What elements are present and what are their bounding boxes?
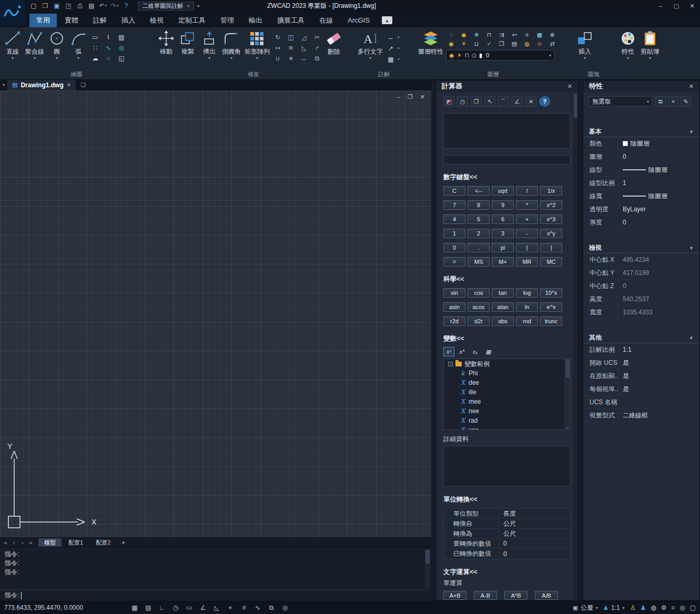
calc-key-r4c4[interactable]: ): [540, 243, 562, 252]
extrude-button[interactable]: 擠出▾: [199, 29, 219, 61]
calc-key-r0c1[interactable]: <--: [468, 186, 490, 196]
scale-icon[interactable]: ◿: [299, 33, 309, 42]
line-button[interactable]: 直線▾: [3, 29, 23, 61]
last-layout-icon[interactable]: »: [27, 539, 34, 546]
sci-key-ln[interactable]: ln: [516, 302, 538, 312]
insert-block-button[interactable]: 插入▾: [575, 29, 595, 61]
print-button[interactable]: ⎙: [75, 1, 85, 11]
document-tab[interactable]: ▤ Drawing1.dwg ✕: [7, 80, 76, 90]
rotate-icon[interactable]: ↻: [272, 33, 283, 42]
erase-button[interactable]: 刪除: [324, 29, 344, 61]
layout-tab-1[interactable]: 配置1: [63, 538, 89, 547]
calc-key-6[interactable]: 6: [492, 214, 514, 224]
property-value[interactable]: 隨圖層: [618, 190, 699, 202]
select-objects-icon[interactable]: ⌖: [668, 96, 678, 107]
property-row-sym[interactable]: 視覺型式二維線框: [583, 409, 699, 422]
revision-cloud-icon[interactable]: ☁: [90, 54, 100, 63]
next-layout-icon[interactable]: ›: [19, 539, 26, 546]
variable-phi[interactable]: kPhi: [444, 369, 570, 378]
calc-key-x-2[interactable]: x^2: [540, 200, 562, 210]
command-line-panel[interactable]: 指令:指令:指令: 指令:: [0, 547, 431, 601]
calc-key-8[interactable]: 8: [468, 200, 490, 210]
scrollbar-thumb[interactable]: [425, 550, 430, 564]
save-file-button[interactable]: ▣: [52, 1, 62, 11]
toggle-pickadd-icon[interactable]: ✎: [681, 96, 691, 107]
scientific-section-header[interactable]: 科學<<: [443, 275, 571, 284]
calc-key-4[interactable]: 4: [443, 214, 465, 224]
calc-key-mc[interactable]: MC: [540, 257, 562, 267]
property-value[interactable]: 417.0199: [618, 267, 699, 279]
calc-key-ms[interactable]: MS: [468, 257, 490, 267]
circle-button[interactable]: 圓▾: [47, 29, 67, 61]
move-button[interactable]: 移動: [156, 29, 176, 61]
property-row-sym[interactable]: 線型比例1: [583, 177, 699, 190]
mirror-icon[interactable]: ◫: [286, 33, 296, 42]
command-prompt[interactable]: 指令:: [0, 589, 431, 601]
command-scrollbar[interactable]: [425, 549, 430, 588]
polar-tracking-icon[interactable]: ◷: [170, 603, 181, 613]
section-header-sym[interactable]: 檢視▼: [583, 243, 699, 253]
annotation-monitor-icon[interactable]: ◎: [280, 603, 290, 613]
sci-key-e-x[interactable]: e^x: [540, 302, 562, 312]
text-op-a-b[interactable]: A*B: [504, 591, 527, 600]
close-window-button[interactable]: ✕: [684, 0, 700, 12]
property-row-y[interactable]: 中心點 Y417.0199: [583, 267, 699, 280]
calc-key-r5c0[interactable]: =: [443, 257, 465, 267]
property-row-sym[interactable]: 在原點顯...是: [583, 370, 699, 383]
ribbon-tab-online[interactable]: 在線: [312, 14, 340, 27]
sci-key-rnd[interactable]: rnd: [516, 316, 538, 326]
new-document-icon[interactable]: ❏: [80, 81, 86, 88]
calc-key-r0c3[interactable]: /: [516, 186, 538, 196]
copy-button[interactable]: 複製: [178, 29, 198, 61]
calc-key-r4c3[interactable]: (: [516, 243, 538, 252]
property-row-sym[interactable]: 透明度ByLayer: [583, 203, 699, 216]
trim-icon[interactable]: ✂: [312, 33, 322, 42]
property-row-sym[interactable]: 線寬隨圖層: [583, 190, 699, 203]
property-value[interactable]: 二維線框: [618, 409, 699, 422]
donut-icon[interactable]: ◎: [116, 43, 127, 52]
calculator-input[interactable]: [443, 155, 571, 165]
calc-key-mr[interactable]: MR: [516, 257, 538, 267]
offset-icon[interactable]: ≋: [286, 43, 296, 52]
clean-screen-icon[interactable]: ▢: [690, 604, 696, 611]
lineweight-display-icon[interactable]: ∿: [252, 603, 263, 613]
property-value[interactable]: 1: [618, 177, 699, 189]
calc-key-r4c1[interactable]: .: [468, 243, 490, 252]
layer-delete-icon[interactable]: ⊖: [534, 39, 545, 48]
property-value[interactable]: 540.2537: [618, 293, 699, 305]
property-value[interactable]: 是: [618, 370, 699, 382]
leader-button[interactable]: ↗▾: [385, 44, 400, 53]
explode-icon[interactable]: ∗: [286, 54, 296, 63]
calc-key-r3c3[interactable]: -: [516, 229, 538, 238]
ribbon-collapse-icon[interactable]: ▴: [382, 16, 392, 24]
extend-icon[interactable]: ↦: [272, 43, 283, 52]
polar-angle-icon[interactable]: ∠: [198, 603, 208, 613]
layer-properties-button[interactable]: 圖層特性: [417, 29, 444, 61]
dynamic-ucs-icon[interactable]: ⌖: [225, 603, 236, 613]
layer-freeze-icon[interactable]: ❄: [471, 30, 482, 39]
calc-key-c[interactable]: C: [443, 186, 465, 196]
property-value[interactable]: 1:1: [618, 343, 699, 356]
ribbon-tab-solid[interactable]: 實體: [58, 14, 85, 27]
variable-dee[interactable]: Xdee: [444, 378, 570, 387]
calc-key-sqrt[interactable]: sqrt: [492, 186, 514, 196]
polyline-button[interactable]: 聚合線▾: [24, 29, 45, 61]
layout-tab-2[interactable]: 配置2: [90, 538, 116, 547]
help-button[interactable]: ?: [121, 1, 131, 11]
close-properties-icon[interactable]: ✕: [689, 83, 694, 90]
doc-restore-icon[interactable]: ❐: [408, 94, 413, 100]
layer-walk-icon[interactable]: ≡: [522, 30, 532, 39]
linear-dimension-button[interactable]: ↔▾: [385, 33, 400, 42]
redo-button[interactable]: ↷▾: [109, 1, 120, 11]
ribbon-tab-express-tools[interactable]: 擴展工具: [270, 14, 311, 27]
layer-match-icon[interactable]: ⇉: [496, 30, 507, 39]
align-icon[interactable]: ⧉: [312, 54, 322, 63]
layer-on-icon[interactable]: ◉: [446, 39, 456, 48]
settings-icon[interactable]: ⚙: [661, 604, 667, 611]
notifications-icon[interactable]: ◎: [679, 604, 685, 611]
calc-key-1[interactable]: 1: [443, 229, 465, 238]
rectangle-icon[interactable]: ▭: [90, 33, 100, 42]
snap-tracking-icon[interactable]: ◺: [211, 603, 222, 613]
layer-copy-objects-icon[interactable]: ❐: [496, 39, 507, 48]
calculator-mode-icon[interactable]: ▦: [483, 347, 494, 356]
